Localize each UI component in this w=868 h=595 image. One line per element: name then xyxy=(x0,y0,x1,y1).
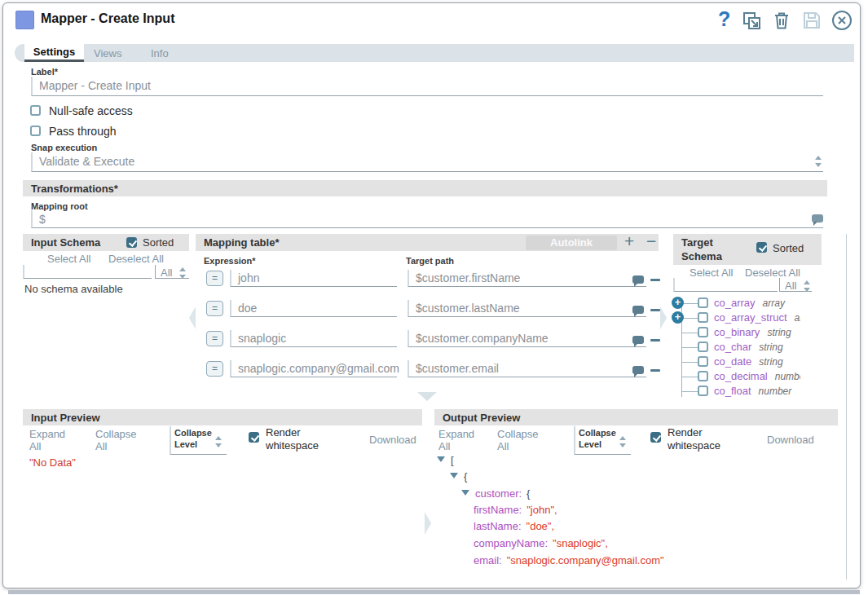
autolink-button[interactable]: Autolink xyxy=(526,236,617,250)
target-schema-select-all[interactable]: Select All xyxy=(690,267,733,279)
tab-views[interactable]: Views xyxy=(94,47,121,60)
scroll-divider xyxy=(846,234,847,580)
tree-item-checkbox[interactable] xyxy=(698,342,708,352)
target-schema-filter-spinner-icon[interactable] xyxy=(804,280,811,292)
delete-row-icon[interactable] xyxy=(650,339,660,342)
target-path-field[interactable]: $customer.companyName xyxy=(408,330,646,347)
input-schema-sorted-checkbox[interactable] xyxy=(126,237,137,248)
transformations-header xyxy=(23,180,827,196)
help-icon[interactable]: ? xyxy=(718,7,730,31)
mapping-root-comment-icon[interactable] xyxy=(812,214,823,223)
delete-icon[interactable] xyxy=(772,11,791,30)
comment-icon[interactable] xyxy=(632,336,644,344)
expand-icon[interactable]: + xyxy=(672,297,684,309)
export-icon[interactable] xyxy=(742,11,762,31)
input-schema-filter-value: All xyxy=(161,267,172,279)
expression-field[interactable]: snaplogic xyxy=(230,330,397,347)
add-row-button[interactable]: + xyxy=(624,231,634,251)
input-preview-collapse-all[interactable]: Collapse All xyxy=(95,428,144,452)
tree-item-name[interactable]: co_array_struct xyxy=(714,311,787,324)
tree-item-checkbox[interactable] xyxy=(698,371,708,381)
tree-connector xyxy=(681,362,698,363)
tree-item-name[interactable]: co_binary xyxy=(714,326,760,338)
input-preview-collapse-level[interactable]: Collapse Level xyxy=(170,426,227,455)
target-path-field[interactable]: $customer.email xyxy=(408,360,646,377)
json-key: email: xyxy=(474,554,502,566)
collapse-arrow-icon[interactable] xyxy=(461,490,469,496)
tab-info[interactable]: Info xyxy=(151,47,169,60)
input-preview-render-whitespace-checkbox[interactable] xyxy=(249,432,259,443)
label-field[interactable]: Mapper - Create Input xyxy=(31,77,823,96)
tree-item-name[interactable]: co_float xyxy=(714,385,751,397)
collapse-arrow-icon[interactable] xyxy=(450,473,458,478)
output-preview-collapse-level[interactable]: Collapse Level xyxy=(574,426,631,455)
mapping-collapse-handle[interactable] xyxy=(417,392,437,401)
output-preview-expand-all[interactable]: Expand All xyxy=(438,428,486,452)
tab-settings[interactable]: Settings xyxy=(24,44,84,62)
tree-item-name[interactable]: co_char xyxy=(714,341,751,353)
snap-execution-select[interactable]: Validate & Execute xyxy=(31,152,823,172)
preview-divider-handle[interactable] xyxy=(425,512,431,535)
input-preview-title: Input Preview xyxy=(31,412,100,424)
mapping-root-value: $ xyxy=(33,210,823,228)
output-preview-collapse-all[interactable]: Collapse All xyxy=(497,428,546,452)
target-schema-sorted-label: Sorted xyxy=(773,242,804,254)
tree-item-name[interactable]: co_date xyxy=(714,355,751,368)
input-preview-download[interactable]: Download xyxy=(369,434,416,446)
expression-toggle-button[interactable]: = xyxy=(206,271,223,286)
input-preview-collapse-level-spinner-icon[interactable] xyxy=(215,436,223,447)
json-row: firstName:"john", xyxy=(474,504,557,516)
null-safe-label: Null-safe access xyxy=(49,104,133,117)
pass-through-checkbox[interactable] xyxy=(30,126,41,136)
mapping-row: = john $customer.firstName xyxy=(196,270,659,288)
save-icon[interactable] xyxy=(802,11,822,30)
delete-row-icon[interactable] xyxy=(650,369,660,372)
remove-row-button[interactable]: − xyxy=(646,231,656,251)
output-preview-render-whitespace-checkbox[interactable] xyxy=(650,432,661,443)
null-safe-checkbox[interactable] xyxy=(30,105,41,116)
tree-item-checkbox[interactable] xyxy=(698,327,708,337)
input-schema-search[interactable] xyxy=(23,265,152,279)
snap-execution-spinner-icon[interactable] xyxy=(815,156,822,167)
tree-item-type: string xyxy=(759,356,782,368)
tree-item-name[interactable]: co_array xyxy=(714,297,756,309)
tree-item-name[interactable]: co_decimal xyxy=(714,370,768,382)
tree-item: + co_decimalnumber xyxy=(672,369,800,384)
target-schema-deselect-all[interactable]: Deselect All xyxy=(745,267,800,279)
tree-item-checkbox[interactable] xyxy=(698,312,708,323)
expression-toggle-button[interactable]: = xyxy=(206,331,223,346)
mapping-root-field[interactable]: $ xyxy=(31,210,823,228)
output-preview-download[interactable]: Download xyxy=(767,434,814,446)
target-path-field[interactable]: $customer.firstName xyxy=(408,270,646,287)
label-field-value: Mapper - Create Input xyxy=(33,77,823,95)
tree-item-checkbox[interactable] xyxy=(698,298,708,308)
tree-item-checkbox[interactable] xyxy=(698,356,708,367)
expression-toggle-button[interactable]: = xyxy=(206,301,223,316)
target-path-field[interactable]: $customer.lastName xyxy=(408,300,646,317)
comment-icon[interactable] xyxy=(632,366,644,374)
delete-row-icon[interactable] xyxy=(650,279,660,281)
expression-field[interactable]: john xyxy=(230,270,397,287)
tree-item-type: array xyxy=(795,312,800,324)
tree-item-type: array xyxy=(763,298,785,309)
collapse-arrow-icon[interactable] xyxy=(437,456,445,462)
expression-toggle-button[interactable]: = xyxy=(206,361,223,377)
input-schema-deselect-all[interactable]: Deselect All xyxy=(108,253,164,265)
expression-field[interactable]: snaplogic.company@gmail.com xyxy=(230,360,397,377)
expression-field[interactable]: doe xyxy=(230,300,397,317)
input-preview-expand-all[interactable]: Expand All xyxy=(29,428,77,452)
comment-icon[interactable] xyxy=(632,306,644,314)
input-schema-filter-spinner-icon[interactable] xyxy=(179,267,187,279)
output-preview-collapse-level-spinner-icon[interactable] xyxy=(619,436,627,447)
right-panel-resize-handle[interactable] xyxy=(660,306,667,329)
target-schema-sorted-checkbox[interactable] xyxy=(756,242,767,253)
close-icon[interactable] xyxy=(831,10,853,31)
target-schema-search[interactable] xyxy=(673,278,778,292)
comment-icon[interactable] xyxy=(632,275,644,284)
delete-row-icon[interactable] xyxy=(650,309,660,311)
expand-icon[interactable]: + xyxy=(672,311,684,324)
input-schema-select-all[interactable]: Select All xyxy=(47,253,90,265)
left-panel-resize-handle[interactable] xyxy=(189,306,196,329)
target-path-value: $customer.lastName xyxy=(409,300,646,316)
tree-item-checkbox[interactable] xyxy=(698,386,708,396)
